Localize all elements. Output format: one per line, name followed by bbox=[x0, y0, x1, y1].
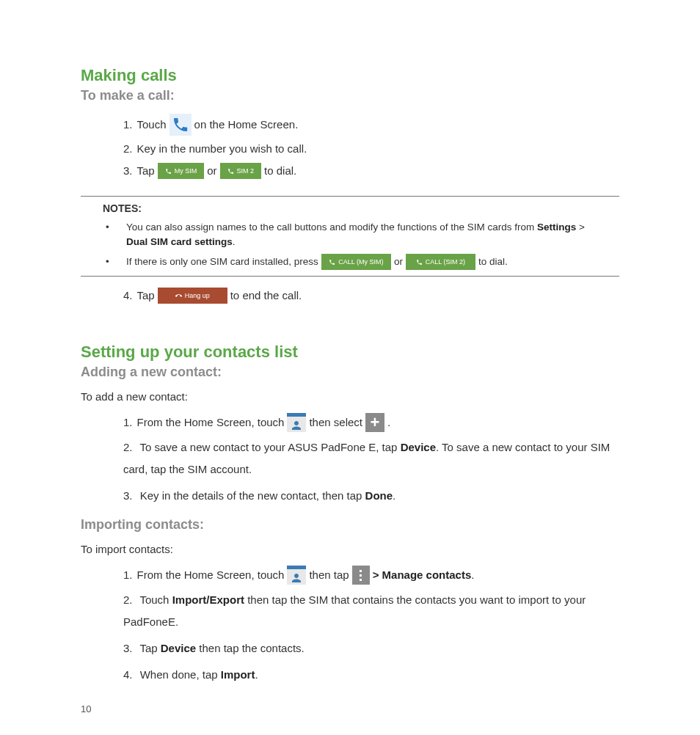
istep-1: 1. From the Home Screen, touch then tap … bbox=[123, 566, 619, 585]
step-text: Touch bbox=[137, 116, 167, 134]
note-text: You can also assign names to the call bu… bbox=[126, 220, 597, 249]
button-label: CALL (My SIM) bbox=[338, 255, 383, 269]
bold: > Manage contacts bbox=[373, 566, 472, 584]
subheading-importing-contacts: Importing contacts: bbox=[81, 517, 619, 533]
bullet: • bbox=[103, 255, 126, 269]
bold: Import bbox=[221, 668, 255, 681]
step-text: . bbox=[471, 566, 474, 584]
text: . bbox=[233, 236, 236, 247]
step-number: 3. bbox=[123, 162, 133, 180]
step-text: Tap bbox=[139, 642, 160, 654]
note-text: If there is only one SIM card installed,… bbox=[126, 254, 508, 270]
plus-icon: + bbox=[365, 413, 384, 432]
step-4: 4. Tap Hang up to end the call. bbox=[123, 287, 619, 304]
step-text: then tap the contacts. bbox=[196, 642, 305, 654]
button-label: Hang up bbox=[185, 287, 210, 304]
bullet: • bbox=[103, 220, 126, 235]
step-text: From the Home Screen, touch bbox=[137, 414, 285, 431]
button-label: My SIM bbox=[175, 162, 197, 180]
step-number: 2. bbox=[123, 593, 133, 606]
bold: Done bbox=[365, 489, 393, 502]
text: You can also assign names to the call bu… bbox=[126, 222, 537, 233]
my-sim-button: My SIM bbox=[158, 163, 205, 179]
adding-contact-steps: 1. From the Home Screen, touch then sele… bbox=[81, 413, 619, 507]
divider bbox=[81, 276, 619, 277]
section-heading-contacts: Setting up your contacts list bbox=[81, 343, 619, 362]
istep-3: 3. Tap Device then tap the contacts. bbox=[123, 637, 619, 659]
section-heading-making-calls: Making calls bbox=[81, 66, 619, 85]
bold: Device bbox=[401, 441, 436, 453]
step-text: Tap bbox=[137, 162, 155, 180]
making-calls-steps: 1. Touch on the Home Screen. 2. Key in t… bbox=[81, 114, 619, 180]
step-text: Tap bbox=[137, 287, 155, 304]
making-calls-step4: 4. Tap Hang up to end the call. bbox=[81, 287, 619, 304]
subheading-to-make-call: To make a call: bbox=[81, 88, 619, 103]
step-text: on the Home Screen. bbox=[194, 116, 299, 134]
step-text: From the Home Screen, touch bbox=[137, 566, 285, 584]
text: > bbox=[576, 222, 585, 233]
phone-icon bbox=[169, 114, 192, 136]
bold: Settings bbox=[537, 222, 576, 233]
step-number: 3. bbox=[123, 489, 133, 502]
step-text: or bbox=[207, 162, 216, 180]
step-number: 2. bbox=[123, 441, 133, 453]
istep-4: 4. When done, tap Import. bbox=[123, 664, 619, 686]
step-text: To save a new contact to your ASUS PadFo… bbox=[139, 441, 400, 453]
sim2-button: SIM 2 bbox=[220, 163, 262, 179]
text: to dial. bbox=[478, 255, 508, 269]
step-number: 1. bbox=[123, 566, 133, 584]
button-label: SIM 2 bbox=[237, 162, 255, 180]
bold: Device bbox=[161, 642, 196, 654]
step-text: When done, tap bbox=[140, 668, 221, 681]
intro-text: To import contacts: bbox=[81, 543, 619, 555]
subheading-adding-contact: Adding a new contact: bbox=[81, 365, 619, 380]
people-icon bbox=[287, 566, 306, 585]
text: If there is only one SIM card installed,… bbox=[126, 255, 318, 269]
step-text: Key in the number you wish to call. bbox=[137, 140, 307, 158]
step-number: 1. bbox=[123, 116, 133, 134]
document-page: Making calls To make a call: 1. Touch on… bbox=[0, 0, 700, 712]
step-number: 2. bbox=[123, 140, 133, 158]
step-number: 4. bbox=[123, 668, 133, 681]
importing-contact-steps: 1. From the Home Screen, touch then tap … bbox=[81, 566, 619, 686]
hang-up-button: Hang up bbox=[158, 288, 227, 304]
step-text: . bbox=[393, 489, 395, 502]
istep-2: 2. Touch Import/Export then tap the SIM … bbox=[123, 589, 619, 633]
step-number: 4. bbox=[123, 287, 133, 304]
call-sim2-button: CALL (SIM 2) bbox=[406, 254, 475, 270]
bold: Import/Export bbox=[172, 593, 244, 606]
notes-block: NOTES: • You can also assign names to th… bbox=[81, 202, 619, 270]
astep-1: 1. From the Home Screen, touch then sele… bbox=[123, 413, 619, 432]
step-2: 2. Key in the number you wish to call. bbox=[123, 140, 619, 158]
step-text: . bbox=[387, 414, 390, 431]
notes-title: NOTES: bbox=[103, 202, 597, 214]
step-number: 3. bbox=[123, 642, 133, 654]
astep-3: 3. Key in the details of the new contact… bbox=[123, 485, 619, 507]
astep-2: 2. To save a new contact to your ASUS Pa… bbox=[123, 436, 619, 480]
text: or bbox=[394, 255, 403, 269]
step-text: then select bbox=[309, 414, 362, 431]
button-label: CALL (SIM 2) bbox=[426, 255, 465, 269]
call-mysim-button: CALL (My SIM) bbox=[321, 254, 391, 270]
step-text: then tap bbox=[309, 566, 349, 584]
divider bbox=[81, 196, 619, 197]
step-text: Touch bbox=[139, 593, 172, 606]
intro-text: To add a new contact: bbox=[81, 390, 619, 403]
overflow-menu-icon bbox=[352, 566, 370, 585]
note-1: • You can also assign names to the call … bbox=[103, 220, 597, 249]
step-text: to end the call. bbox=[230, 287, 302, 304]
step-text: Key in the details of the new contact, t… bbox=[140, 489, 365, 502]
note-2: • If there is only one SIM card installe… bbox=[103, 254, 597, 270]
people-icon bbox=[287, 413, 306, 432]
step-3: 3. Tap My SIM or SIM 2 to dial. bbox=[123, 162, 619, 180]
step-number: 1. bbox=[123, 414, 133, 431]
bold: Dual SIM card settings bbox=[126, 236, 233, 247]
step-text: to dial. bbox=[264, 162, 296, 180]
step-1: 1. Touch on the Home Screen. bbox=[123, 114, 619, 136]
page-number: 10 bbox=[81, 703, 91, 714]
step-text: . bbox=[255, 668, 258, 681]
